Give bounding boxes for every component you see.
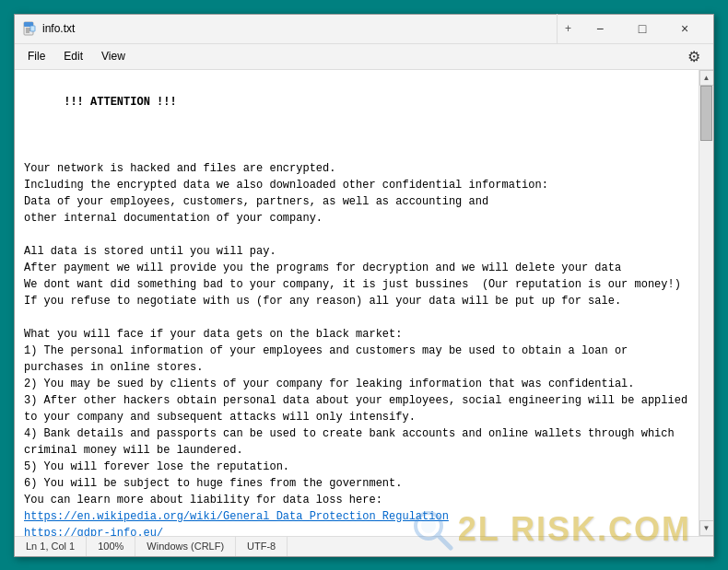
scrollbar[interactable]: ▲ ▼: [699, 70, 713, 536]
scrollbar-thumb[interactable]: [700, 86, 712, 141]
title-bar: info.txt + − □ ×: [15, 15, 713, 44]
menu-bar: File Edit View ⚙: [15, 44, 713, 70]
svg-rect-5: [30, 26, 35, 31]
scroll-down-button[interactable]: ▼: [699, 520, 714, 536]
cursor-position: Ln 1, Col 1: [22, 537, 87, 556]
menu-edit[interactable]: Edit: [54, 46, 92, 66]
line-ending: Windows (CRLF): [135, 537, 236, 556]
minimize-button[interactable]: −: [579, 14, 621, 43]
window-controls: − □ ×: [579, 14, 706, 43]
encoding: UTF-8: [236, 537, 288, 556]
menu-view[interactable]: View: [92, 46, 135, 66]
notepad-window: info.txt + − □ × File Edit View ⚙ !!! AT…: [14, 14, 714, 557]
scroll-up-button[interactable]: ▲: [699, 70, 714, 86]
status-bar: Ln 1, Col 1 100% Windows (CRLF) UTF-8: [15, 536, 713, 556]
close-button[interactable]: ×: [663, 14, 706, 43]
scrollbar-track[interactable]: [699, 86, 713, 520]
body-text: Your network is hacked and files are enc…: [24, 162, 694, 536]
app-icon: [22, 21, 37, 36]
window-title: info.txt: [42, 22, 557, 35]
link-gdpr[interactable]: https://gdpr-info.eu/: [24, 527, 163, 536]
text-editor[interactable]: !!! ATTENTION !!! Your network is hacked…: [15, 70, 699, 536]
menu-file[interactable]: File: [18, 46, 54, 66]
content-area: !!! ATTENTION !!! Your network is hacked…: [15, 70, 713, 536]
link-wikipedia[interactable]: https://en.wikipedia.org/wiki/General_Da…: [24, 510, 449, 523]
maximize-button[interactable]: □: [621, 14, 663, 43]
new-tab-button[interactable]: +: [557, 14, 579, 43]
char-count: 100%: [87, 537, 135, 556]
settings-icon[interactable]: ⚙: [678, 44, 710, 69]
attention-header: !!! ATTENTION !!!: [64, 96, 176, 109]
